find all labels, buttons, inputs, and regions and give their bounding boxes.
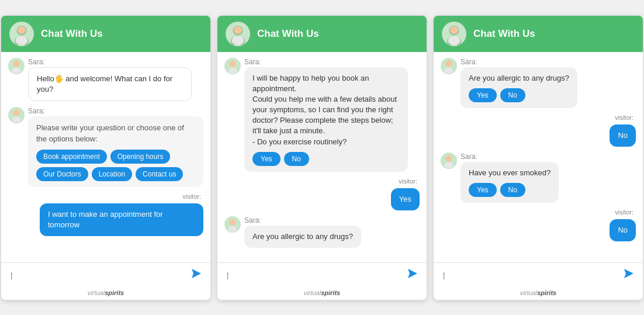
chat-widget-2: Chat With Us Sara: I will be happy to he… [217,15,427,300]
sara-bubble-4: Are you allergic to any drugs? Yes No [461,67,577,108]
chat-widget-3: Chat With Us Sara: Are you allergic to a… [433,15,643,300]
input-row-3 [434,262,643,287]
visitor-bubble-2: Yes [391,188,420,210]
visitor-row-2: visitor: Yes [224,178,420,210]
messages-1: Sara: Hello🖐 and welcome! What can I do … [1,52,210,262]
sara-bubble-5: Have you ever smoked? Yes No [461,162,559,203]
btn-contact-us[interactable]: Contact us [136,167,183,181]
sara-label-5: Sara: [461,58,577,66]
branding-3: virtualspirits [434,287,643,300]
send-icon-2 [407,268,418,279]
visitor-label-2: visitor: [399,178,417,185]
visitor-label-4: visitor: [615,209,633,216]
small-avatar-3 [224,58,241,74]
yes-btn-2[interactable]: Yes [469,88,497,102]
welcome-bubble: Hello🖐 and welcome! What can I do for yo… [28,67,192,101]
svg-point-5 [12,67,20,73]
visitor-bubble-1: I want to make an appointment for tomorr… [40,203,203,236]
chat-input-2[interactable] [223,268,404,282]
visitor-row-3: visitor: No [441,114,636,147]
sara-content-5: Sara: Are you allergic to any drugs? Yes… [461,58,577,108]
send-button-1[interactable] [188,268,205,282]
yes-btn-3[interactable]: Yes [469,183,497,197]
brand-text-2: virtualspirits [304,289,340,296]
options-bubble: Please write your question or choose one… [28,116,203,187]
sara-label-4: Sara: [244,216,361,224]
small-avatar-6 [441,153,457,169]
no-btn-3[interactable]: No [500,183,525,197]
input-row-1 [1,262,210,287]
small-avatar-2 [8,107,25,123]
svg-marker-26 [624,269,633,278]
btn-book-appointment[interactable]: Book appointment [36,150,107,164]
sara-content-6: Sara: Have you ever smoked? Yes No [461,153,559,203]
chat-header-1: Chat With Us [1,16,210,52]
chat-widget-1: Chat With Us Sara: Hello🖐 and welcome! W… [1,15,211,300]
chat-header-2: Chat With Us [217,16,427,52]
sara-content-2: Sara: Please write your question or choo… [28,107,203,187]
sara-label-6: Sara: [461,153,559,161]
svg-point-22 [445,60,452,67]
sara-row-5: Sara: Are you allergic to any drugs? Yes… [441,58,636,108]
no-btn-2[interactable]: No [500,88,525,102]
btn-location[interactable]: Location [92,167,132,181]
visitor-label-1: visitor: [182,193,201,200]
header-title-3: Chat With Us [473,28,535,40]
svg-point-24 [445,155,452,161]
avatar-2 [226,22,250,46]
no-btn-1[interactable]: No [284,152,309,166]
svg-point-15 [229,219,236,225]
sara-row-3: Sara: I will be happy to help you book a… [224,58,420,172]
sara-label-3: Sara: [244,58,408,66]
svg-point-7 [12,116,20,122]
btn-opening-hours[interactable]: Opening hours [110,150,171,164]
svg-marker-17 [408,269,417,278]
svg-point-21 [448,36,461,44]
chat-input-1[interactable] [7,268,188,282]
sara-content-4: Sara: Are you allergic to any drugs? [244,216,361,248]
svg-point-2 [18,26,25,33]
visitor-bubble-4: No [610,219,636,241]
sara-content-1: Sara: Hello🖐 and welcome! What can I do … [28,58,192,101]
small-avatar-5 [441,58,457,74]
input-row-2 [217,262,427,287]
chat-input-3[interactable] [439,268,621,282]
btn-our-doctors[interactable]: Our Doctors [36,167,88,181]
svg-point-14 [228,67,237,73]
small-avatar-4 [224,216,241,233]
send-button-2[interactable] [404,268,421,282]
svg-point-20 [450,26,458,33]
branding-2: virtualspirits [217,287,427,300]
header-title-1: Chat With Us [41,28,103,40]
yes-btn-1[interactable]: Yes [252,152,281,166]
svg-point-3 [16,36,28,44]
options-text: Please write your question or choose one… [36,123,184,144]
sara-label-1: Sara: [28,58,192,66]
sara-bubble-2: I will be happy to help you book an appo… [244,67,408,172]
visitor-row-1: visitor: I want to make an appointment f… [8,193,203,236]
option-buttons: Book appointment Opening hours Our Docto… [36,150,195,181]
sara-row-2: Sara: Please write your question or choo… [8,107,203,187]
sara-row-6: Sara: Have you ever smoked? Yes No [441,153,636,203]
svg-point-11 [234,26,241,33]
messages-2: Sara: I will be happy to help you book a… [217,52,427,262]
avatar-1 [9,22,34,46]
svg-marker-8 [192,269,201,278]
svg-point-4 [13,60,19,67]
svg-point-12 [232,36,244,44]
small-avatar-1 [8,58,25,74]
chat-header-3: Chat With Us [434,16,643,52]
visitor-bubble-3: No [610,124,636,147]
send-icon-3 [623,268,635,279]
svg-point-6 [13,109,19,116]
sara-bubble-3: Are you allergic to any drugs? [244,226,361,248]
sara-row-1: Sara: Hello🖐 and welcome! What can I do … [8,58,203,101]
visitor-label-3: visitor: [615,114,633,121]
svg-point-25 [445,162,453,168]
sara-row-4: Sara: Are you allergic to any drugs? [224,216,420,248]
header-title-2: Chat With Us [257,28,319,40]
yesno-2: Yes No [469,88,569,102]
messages-3: Sara: Are you allergic to any drugs? Yes… [434,52,643,262]
send-icon-1 [191,268,202,279]
send-button-3[interactable] [621,268,637,282]
